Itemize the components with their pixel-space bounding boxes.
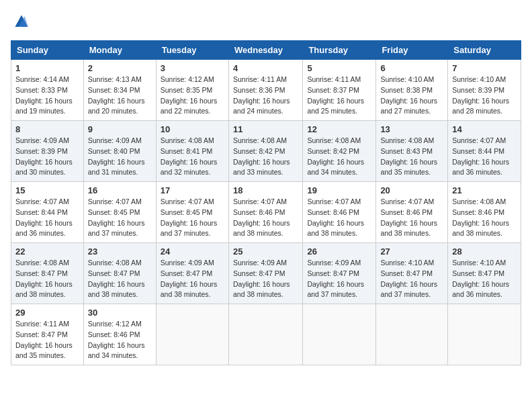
day-number: 7 — [452, 63, 517, 73]
day-number: 27 — [380, 246, 443, 257]
day-info: Sunrise: 4:13 AMSunset: 8:34 PMDaylight:… — [88, 75, 145, 115]
day-number: 12 — [307, 124, 371, 134]
calendar-header-sunday: Sunday — [11, 41, 84, 60]
day-info: Sunrise: 4:10 AMSunset: 8:39 PMDaylight:… — [452, 75, 509, 115]
day-info: Sunrise: 4:08 AMSunset: 8:42 PMDaylight:… — [307, 136, 364, 176]
calendar-header-wednesday: Wednesday — [228, 41, 302, 60]
calendar-cell: 27Sunrise: 4:10 AMSunset: 8:47 PMDayligh… — [376, 243, 448, 304]
day-info: Sunrise: 4:12 AMSunset: 8:46 PMDaylight:… — [88, 320, 145, 359]
calendar-cell: 29Sunrise: 4:11 AMSunset: 8:47 PMDayligh… — [11, 304, 84, 365]
day-number: 1 — [15, 63, 79, 73]
calendar-cell: 3Sunrise: 4:12 AMSunset: 8:35 PMDaylight… — [156, 60, 228, 121]
calendar-cell: 15Sunrise: 4:07 AMSunset: 8:44 PMDayligh… — [11, 182, 84, 243]
calendar-cell: 16Sunrise: 4:07 AMSunset: 8:45 PMDayligh… — [83, 182, 156, 243]
day-number: 5 — [307, 63, 371, 73]
calendar-cell: 19Sunrise: 4:07 AMSunset: 8:46 PMDayligh… — [303, 182, 376, 243]
day-info: Sunrise: 4:09 AMSunset: 8:47 PMDaylight:… — [161, 259, 218, 298]
calendar-header-row: SundayMondayTuesdayWednesdayThursdayFrid… — [11, 41, 521, 60]
calendar-cell: 6Sunrise: 4:10 AMSunset: 8:38 PMDaylight… — [376, 60, 448, 121]
day-number: 4 — [233, 63, 298, 73]
calendar-header-monday: Monday — [83, 41, 156, 60]
day-info: Sunrise: 4:07 AMSunset: 8:44 PMDaylight:… — [452, 136, 509, 176]
day-info: Sunrise: 4:11 AMSunset: 8:47 PMDaylight:… — [15, 320, 73, 359]
calendar-cell: 4Sunrise: 4:11 AMSunset: 8:36 PMDaylight… — [228, 60, 302, 121]
day-number: 8 — [15, 124, 79, 134]
day-info: Sunrise: 4:08 AMSunset: 8:47 PMDaylight:… — [15, 259, 73, 298]
calendar-header-friday: Friday — [376, 41, 448, 60]
day-number: 30 — [88, 308, 152, 318]
day-number: 25 — [233, 246, 298, 257]
day-info: Sunrise: 4:08 AMSunset: 8:41 PMDaylight:… — [161, 136, 218, 176]
day-info: Sunrise: 4:10 AMSunset: 8:47 PMDaylight:… — [452, 259, 509, 298]
calendar-cell: 20Sunrise: 4:07 AMSunset: 8:46 PMDayligh… — [376, 182, 448, 243]
calendar-week-row: 1Sunrise: 4:14 AMSunset: 8:33 PMDaylight… — [11, 60, 521, 121]
day-info: Sunrise: 4:07 AMSunset: 8:45 PMDaylight:… — [161, 197, 218, 237]
calendar-cell: 8Sunrise: 4:09 AMSunset: 8:39 PMDaylight… — [11, 121, 84, 182]
day-info: Sunrise: 4:11 AMSunset: 8:37 PMDaylight:… — [307, 75, 364, 115]
calendar-cell: 9Sunrise: 4:09 AMSunset: 8:40 PMDaylight… — [83, 121, 156, 182]
day-info: Sunrise: 4:08 AMSunset: 8:42 PMDaylight:… — [233, 136, 290, 176]
day-info: Sunrise: 4:07 AMSunset: 8:46 PMDaylight:… — [307, 197, 364, 237]
calendar-cell: 14Sunrise: 4:07 AMSunset: 8:44 PMDayligh… — [448, 121, 521, 182]
calendar-week-row: 8Sunrise: 4:09 AMSunset: 8:39 PMDaylight… — [11, 121, 521, 182]
day-info: Sunrise: 4:08 AMSunset: 8:47 PMDaylight:… — [88, 259, 145, 298]
day-info: Sunrise: 4:07 AMSunset: 8:46 PMDaylight:… — [380, 197, 437, 237]
day-info: Sunrise: 4:09 AMSunset: 8:47 PMDaylight:… — [233, 259, 290, 298]
calendar-cell: 11Sunrise: 4:08 AMSunset: 8:42 PMDayligh… — [228, 121, 302, 182]
calendar-cell: 25Sunrise: 4:09 AMSunset: 8:47 PMDayligh… — [228, 243, 302, 304]
day-number: 18 — [233, 185, 298, 195]
day-info: Sunrise: 4:10 AMSunset: 8:38 PMDaylight:… — [380, 75, 437, 115]
day-number: 26 — [307, 246, 371, 257]
day-info: Sunrise: 4:11 AMSunset: 8:36 PMDaylight:… — [233, 75, 290, 115]
calendar: SundayMondayTuesdayWednesdayThursdayFrid… — [11, 40, 521, 365]
day-number: 9 — [88, 124, 152, 134]
calendar-cell: 10Sunrise: 4:08 AMSunset: 8:41 PMDayligh… — [156, 121, 228, 182]
day-info: Sunrise: 4:14 AMSunset: 8:33 PMDaylight:… — [15, 75, 73, 115]
day-number: 21 — [452, 185, 517, 195]
day-number: 6 — [380, 63, 443, 73]
calendar-week-row: 22Sunrise: 4:08 AMSunset: 8:47 PMDayligh… — [11, 243, 521, 304]
calendar-week-row: 29Sunrise: 4:11 AMSunset: 8:47 PMDayligh… — [11, 304, 521, 365]
calendar-cell: 5Sunrise: 4:11 AMSunset: 8:37 PMDaylight… — [303, 60, 376, 121]
day-info: Sunrise: 4:07 AMSunset: 8:46 PMDaylight:… — [233, 197, 290, 237]
calendar-cell — [376, 304, 448, 365]
day-number: 28 — [452, 246, 517, 257]
day-number: 14 — [452, 124, 517, 134]
calendar-cell: 7Sunrise: 4:10 AMSunset: 8:39 PMDaylight… — [448, 60, 521, 121]
calendar-cell — [303, 304, 376, 365]
day-info: Sunrise: 4:07 AMSunset: 8:44 PMDaylight:… — [15, 197, 73, 237]
day-number: 15 — [15, 185, 79, 195]
day-number: 11 — [233, 124, 298, 134]
day-info: Sunrise: 4:09 AMSunset: 8:40 PMDaylight:… — [88, 136, 145, 176]
day-info: Sunrise: 4:09 AMSunset: 8:47 PMDaylight:… — [307, 259, 364, 298]
calendar-cell: 12Sunrise: 4:08 AMSunset: 8:42 PMDayligh… — [303, 121, 376, 182]
calendar-cell — [228, 304, 302, 365]
calendar-week-row: 15Sunrise: 4:07 AMSunset: 8:44 PMDayligh… — [11, 182, 521, 243]
day-number: 24 — [161, 246, 224, 257]
day-number: 17 — [161, 185, 224, 195]
day-number: 22 — [15, 246, 79, 257]
logo — [11, 11, 35, 32]
day-number: 10 — [161, 124, 224, 134]
calendar-header-thursday: Thursday — [303, 41, 376, 60]
calendar-cell: 17Sunrise: 4:07 AMSunset: 8:45 PMDayligh… — [156, 182, 228, 243]
calendar-cell — [156, 304, 228, 365]
calendar-cell: 18Sunrise: 4:07 AMSunset: 8:46 PMDayligh… — [228, 182, 302, 243]
calendar-cell: 30Sunrise: 4:12 AMSunset: 8:46 PMDayligh… — [83, 304, 156, 365]
calendar-cell — [448, 304, 521, 365]
day-info: Sunrise: 4:09 AMSunset: 8:39 PMDaylight:… — [15, 136, 73, 176]
day-info: Sunrise: 4:08 AMSunset: 8:46 PMDaylight:… — [452, 197, 509, 237]
calendar-cell: 23Sunrise: 4:08 AMSunset: 8:47 PMDayligh… — [83, 243, 156, 304]
calendar-cell: 22Sunrise: 4:08 AMSunset: 8:47 PMDayligh… — [11, 243, 84, 304]
calendar-header-saturday: Saturday — [448, 41, 521, 60]
day-number: 20 — [380, 185, 443, 195]
calendar-cell: 2Sunrise: 4:13 AMSunset: 8:34 PMDaylight… — [83, 60, 156, 121]
calendar-cell: 21Sunrise: 4:08 AMSunset: 8:46 PMDayligh… — [448, 182, 521, 243]
calendar-cell: 1Sunrise: 4:14 AMSunset: 8:33 PMDaylight… — [11, 60, 84, 121]
page-header — [11, 11, 521, 32]
day-number: 29 — [15, 308, 79, 318]
day-number: 19 — [307, 185, 371, 195]
day-number: 2 — [88, 63, 152, 73]
calendar-cell: 26Sunrise: 4:09 AMSunset: 8:47 PMDayligh… — [303, 243, 376, 304]
day-number: 3 — [161, 63, 224, 73]
